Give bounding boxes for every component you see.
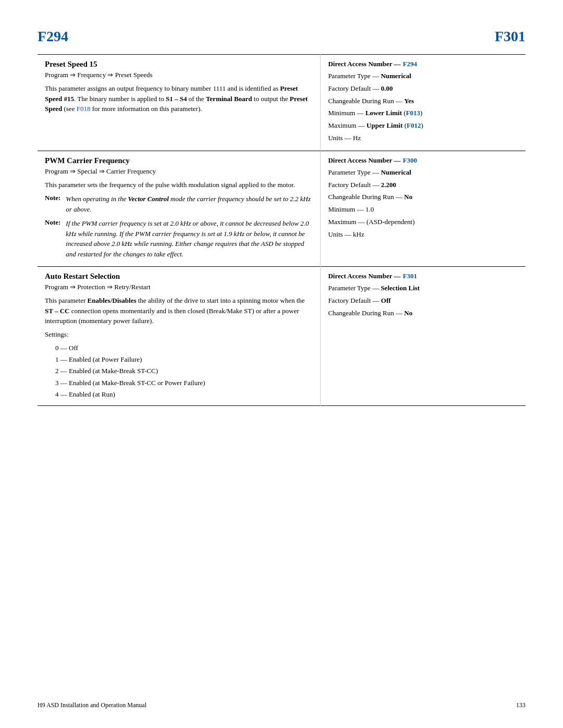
content-table: Preset Speed 15 Program ⇒ Frequency ⇒ Pr… <box>38 54 525 406</box>
preset-speed-title: Preset Speed 15 <box>45 60 313 69</box>
preset-speed-maximum: Maximum — Upper Limit (F012) <box>328 120 518 131</box>
section-preset-speed: Preset Speed 15 Program ⇒ Frequency ⇒ Pr… <box>38 55 525 151</box>
pwm-direct-access-label: Direct Access Number — <box>328 156 400 165</box>
auto-restart-changeable: Changeable During Run — No <box>328 308 518 319</box>
pwm-note-2: Note: If the PWM carrier frequency is se… <box>45 218 313 259</box>
pwm-breadcrumb: Program ⇒ Special ⇒ Carrier Frequency <box>45 167 313 176</box>
note-2-label: Note: <box>45 218 60 259</box>
direct-access-value: F294 <box>403 60 417 68</box>
left-col-auto-restart: Auto Restart Selection Program ⇒ Protect… <box>38 267 321 405</box>
preset-speed-body: This parameter assigns an output frequen… <box>45 83 313 114</box>
section-pwm: PWM Carrier Frequency Program ⇒ Special … <box>38 151 525 267</box>
setting-1: 1 — Enabled (at Power Failure) <box>55 354 313 365</box>
right-col-preset-speed: Direct Access Number — F294 Parameter Ty… <box>321 55 525 151</box>
setting-3: 3 — Enabled (at Make-Break ST-CC or Powe… <box>55 377 313 389</box>
footer-left: H9 ASD Installation and Operation Manual <box>38 701 146 709</box>
page-header: F294 F301 <box>38 28 525 45</box>
preset-speed-param-type: Parameter Type — Numerical <box>328 71 518 82</box>
setting-0: 0 — Off <box>55 342 313 354</box>
auto-restart-direct-access-value: F301 <box>403 272 417 280</box>
left-col-preset-speed: Preset Speed 15 Program ⇒ Frequency ⇒ Pr… <box>38 55 321 151</box>
pwm-minimum: Minimum — 1.0 <box>328 204 518 215</box>
pwm-direct-access: Direct Access Number — F300 <box>328 156 518 165</box>
direct-access-label: Direct Access Number — <box>328 60 400 68</box>
pwm-units: Units — kHz <box>328 229 518 240</box>
auto-restart-title: Auto Restart Selection <box>45 272 313 281</box>
page: F294 F301 Preset Speed 15 Program ⇒ Freq… <box>0 0 563 728</box>
auto-restart-direct-access: Direct Access Number — F301 <box>328 272 518 280</box>
preset-speed-changeable: Changeable During Run — Yes <box>328 96 518 107</box>
auto-restart-breadcrumb: Program ⇒ Protection ⇒ Retry/Restart <box>45 283 313 291</box>
auto-restart-settings: 0 — Off 1 — Enabled (at Power Failure) 2… <box>45 342 313 400</box>
pwm-factory-default: Factory Default — 2.200 <box>328 180 518 191</box>
setting-2: 2 — Enabled (at Make-Break ST-CC) <box>55 365 313 377</box>
auto-restart-param-type: Parameter Type — Selection List <box>328 283 518 294</box>
pwm-note-1: Note: When operating in the Vector Contr… <box>45 194 313 214</box>
preset-speed-direct-access: Direct Access Number — F294 <box>328 60 518 68</box>
preset-speed-units: Units — Hz <box>328 133 518 144</box>
auto-restart-direct-access-label: Direct Access Number — <box>328 272 400 280</box>
note-1-label: Note: <box>45 194 60 214</box>
setting-4: 4 — Enabled (at Run) <box>55 389 313 400</box>
pwm-maximum: Maximum — (ASD-dependent) <box>328 217 518 228</box>
header-right: F301 <box>495 28 525 45</box>
pwm-changeable: Changeable During Run — No <box>328 192 518 203</box>
auto-restart-factory-default: Factory Default — Off <box>328 295 518 306</box>
pwm-param-type: Parameter Type — Numerical <box>328 167 518 178</box>
preset-speed-factory-default: Factory Default — 0.00 <box>328 83 518 94</box>
pwm-body: This parameter sets the frequency of the… <box>45 180 313 190</box>
right-col-auto-restart: Direct Access Number — F301 Parameter Ty… <box>321 267 525 405</box>
note-1-text: When operating in the Vector Control mod… <box>66 194 313 214</box>
right-col-pwm: Direct Access Number — F300 Parameter Ty… <box>321 151 525 267</box>
section-auto-restart: Auto Restart Selection Program ⇒ Protect… <box>38 267 525 405</box>
preset-speed-minimum: Minimum — Lower Limit (F013) <box>328 108 518 119</box>
pwm-title: PWM Carrier Frequency <box>45 156 313 165</box>
note-2-text: If the PWM carrier frequency is set at 2… <box>66 218 313 259</box>
header-left: F294 <box>38 28 68 45</box>
auto-restart-settings-label: Settings: <box>45 329 313 340</box>
auto-restart-body: This parameter Enables/Disables the abil… <box>45 295 313 326</box>
page-footer: H9 ASD Installation and Operation Manual… <box>38 701 525 709</box>
left-col-pwm: PWM Carrier Frequency Program ⇒ Special … <box>38 151 321 267</box>
pwm-direct-access-value: F300 <box>403 156 417 165</box>
footer-right: 133 <box>516 701 525 709</box>
preset-speed-breadcrumb: Program ⇒ Frequency ⇒ Preset Speeds <box>45 71 313 79</box>
